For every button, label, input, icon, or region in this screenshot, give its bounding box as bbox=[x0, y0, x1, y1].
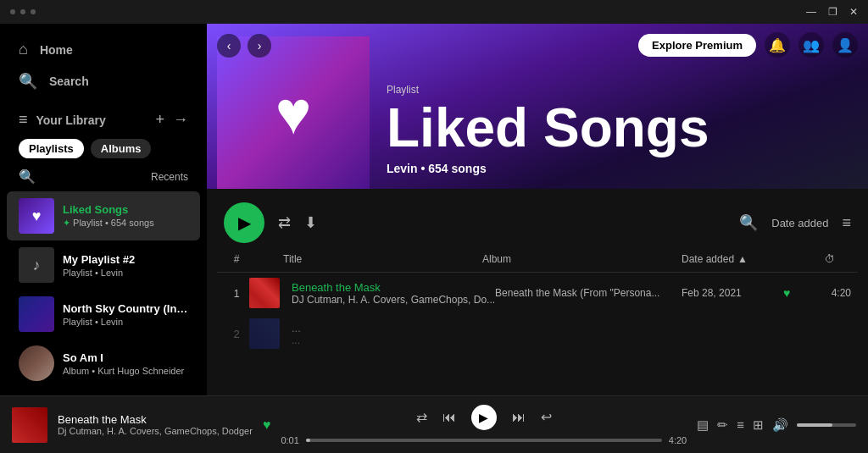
track-artwork bbox=[249, 278, 280, 308]
explore-premium-button[interactable]: Explore Premium bbox=[638, 34, 756, 57]
shuffle-icon[interactable]: ⇄ bbox=[278, 213, 291, 232]
track-heart-icon[interactable]: ♥ bbox=[783, 286, 809, 300]
forward-button[interactable]: › bbox=[248, 34, 271, 58]
heart-icon: ♥ bbox=[275, 78, 312, 147]
table-row[interactable]: 2 ... ... bbox=[217, 313, 858, 354]
hero-cover: ♥ bbox=[217, 36, 370, 189]
maximize-button[interactable]: ❐ bbox=[828, 6, 837, 18]
track-artist: ... bbox=[292, 334, 482, 346]
close-button[interactable]: ✕ bbox=[849, 6, 858, 18]
track-date: Feb 28, 2021 bbox=[682, 287, 783, 299]
volume-icon[interactable]: 🔊 bbox=[772, 417, 788, 433]
library-filters: Playlists Albums bbox=[7, 135, 200, 165]
player-progress: 0:01 4:20 bbox=[281, 435, 687, 445]
sidebar-item-home-label: Home bbox=[40, 43, 73, 57]
my-playlist-2-thumb-bg: ♪ bbox=[19, 247, 54, 283]
col-date-header[interactable]: Date added ▲ bbox=[682, 253, 783, 265]
library-header: ≡ Your Library + → bbox=[7, 104, 200, 135]
hero-top-right: Explore Premium 🔔 👥 👤 bbox=[638, 32, 858, 58]
liked-songs-thumb-bg: ♥ bbox=[19, 198, 54, 234]
track-name: ... bbox=[292, 322, 482, 334]
download-icon[interactable]: ⬇ bbox=[304, 213, 317, 232]
my-playlist-2-info: My Playlist #2 Playlist • Levin bbox=[63, 253, 188, 278]
player-repeat-icon[interactable]: ↩ bbox=[541, 409, 552, 425]
so-am-i-sub: Album • Kurt Hugo Schneider bbox=[63, 366, 188, 376]
table-header: # Title Album Date added ▲ ⏱ bbox=[217, 250, 858, 273]
controls-bar: ▶ ⇄ ⬇ 🔍 Date added ≡ bbox=[207, 189, 868, 250]
progress-bar[interactable] bbox=[306, 439, 662, 442]
list-view-icon[interactable]: ≡ bbox=[842, 214, 851, 232]
hero-user: Levin bbox=[387, 162, 418, 175]
titlebar-dot-1 bbox=[10, 9, 15, 14]
track-table: # Title Album Date added ▲ ⏱ 1 Beneath t… bbox=[207, 250, 868, 395]
sidebar: ⌂ Home 🔍 Search ≡ Your Library + → Pl bbox=[0, 24, 207, 395]
titlebar-dot-3 bbox=[31, 9, 36, 14]
hero-type-label: Playlist bbox=[387, 84, 851, 96]
so-am-i-thumb bbox=[19, 345, 54, 381]
search-tracks-icon[interactable]: 🔍 bbox=[739, 213, 758, 232]
library-item-north-sky[interactable]: North Sky Country (In-Game) Playlist • L… bbox=[7, 290, 200, 339]
liked-songs-name: Liked Songs bbox=[63, 203, 188, 216]
sidebar-nav: ⌂ Home 🔍 Search bbox=[0, 24, 207, 104]
connect-icon[interactable]: ⊞ bbox=[753, 417, 764, 433]
track-duration: 4:20 bbox=[809, 287, 851, 299]
sort-label[interactable]: Date added bbox=[771, 217, 828, 229]
volume-fill bbox=[797, 423, 832, 427]
filter-playlists-button[interactable]: Playlists bbox=[19, 139, 84, 158]
player-next-icon[interactable]: ⏭ bbox=[512, 410, 526, 425]
table-row[interactable]: 1 Beneath the Mask DJ Cutman, H. A. Cove… bbox=[217, 273, 858, 313]
social-button[interactable]: 👥 bbox=[798, 32, 824, 58]
player-track-name: Beneath the Mask bbox=[58, 413, 253, 426]
player-cover-art bbox=[12, 407, 47, 443]
player-like-button[interactable]: ♥ bbox=[263, 417, 271, 433]
devices-icon[interactable]: ✏ bbox=[717, 417, 728, 433]
player-prev-icon[interactable]: ⏮ bbox=[442, 410, 456, 425]
notifications-button[interactable]: 🔔 bbox=[765, 32, 790, 58]
north-sky-thumb bbox=[19, 296, 54, 332]
track-album: Beneath the Mask (From "Persona... bbox=[495, 287, 682, 299]
player-play-button[interactable]: ▶ bbox=[471, 405, 497, 430]
lyrics-icon[interactable]: ≡ bbox=[737, 417, 744, 432]
home-icon: ⌂ bbox=[19, 41, 28, 58]
library-item-liked-songs[interactable]: ♥ Liked Songs ✦ Playlist • 654 songs bbox=[7, 191, 200, 240]
col-duration-header: ⏱ bbox=[809, 253, 851, 265]
library-expand-button[interactable]: → bbox=[173, 111, 188, 129]
sidebar-item-search[interactable]: 🔍 Search bbox=[7, 65, 200, 97]
player-bar: Beneath the Mask Dj Cutman, H. A. Covers… bbox=[0, 395, 868, 453]
track-name: Beneath the Mask bbox=[292, 281, 495, 294]
player-center: ⇄ ⏮ ▶ ⏭ ↩ 0:01 4:20 bbox=[281, 405, 687, 445]
liked-songs-sub: ✦ Playlist • 654 songs bbox=[63, 218, 188, 229]
profile-button[interactable]: 👤 bbox=[832, 32, 858, 58]
sidebar-item-home[interactable]: ⌂ Home bbox=[7, 34, 200, 65]
minimize-button[interactable]: — bbox=[806, 6, 816, 18]
library-list: ♥ Liked Songs ✦ Playlist • 654 songs ♪ bbox=[7, 191, 200, 395]
library-search-icon[interactable]: 🔍 bbox=[19, 168, 36, 185]
back-button[interactable]: ‹ bbox=[217, 34, 241, 58]
player-shuffle-icon[interactable]: ⇄ bbox=[416, 409, 427, 425]
library-title: Your Library bbox=[36, 113, 106, 127]
play-button[interactable]: ▶ bbox=[224, 202, 264, 243]
main-area: ⌂ Home 🔍 Search ≡ Your Library + → Pl bbox=[0, 24, 868, 395]
player-total-time: 4:20 bbox=[669, 435, 687, 445]
library-item-so-am-i[interactable]: So Am I Album • Kurt Hugo Schneider bbox=[7, 339, 200, 388]
hero-sub: Levin • 654 songs bbox=[387, 162, 851, 175]
library-actions: + → bbox=[155, 111, 188, 129]
library-add-button[interactable]: + bbox=[155, 111, 164, 129]
track-num: 1 bbox=[224, 287, 249, 300]
my-playlist-2-name: My Playlist #2 bbox=[63, 253, 188, 266]
hero-info: Playlist Liked Songs Levin • 654 songs bbox=[370, 84, 868, 189]
liked-songs-thumb: ♥ bbox=[19, 198, 54, 234]
north-sky-sub: Playlist • Levin bbox=[63, 317, 188, 327]
hero-banner: ‹ › Explore Premium 🔔 👥 👤 ♥ Playlist Lik… bbox=[207, 24, 868, 189]
library-item-my-playlist-2[interactable]: ♪ My Playlist #2 Playlist • Levin bbox=[7, 240, 200, 290]
recents-label[interactable]: Recents bbox=[151, 171, 188, 183]
progress-fill bbox=[306, 439, 310, 442]
content: ‹ › Explore Premium 🔔 👥 👤 ♥ Playlist Lik… bbox=[207, 24, 868, 395]
volume-bar[interactable] bbox=[797, 423, 856, 427]
queue-icon[interactable]: ▤ bbox=[697, 417, 709, 433]
sidebar-item-search-label: Search bbox=[49, 75, 89, 88]
track-art-img bbox=[249, 278, 280, 308]
player-track-info: Beneath the Mask Dj Cutman, H. A. Covers… bbox=[58, 413, 253, 436]
filter-albums-button[interactable]: Albums bbox=[91, 139, 152, 158]
col-album-header: Album bbox=[482, 253, 682, 265]
